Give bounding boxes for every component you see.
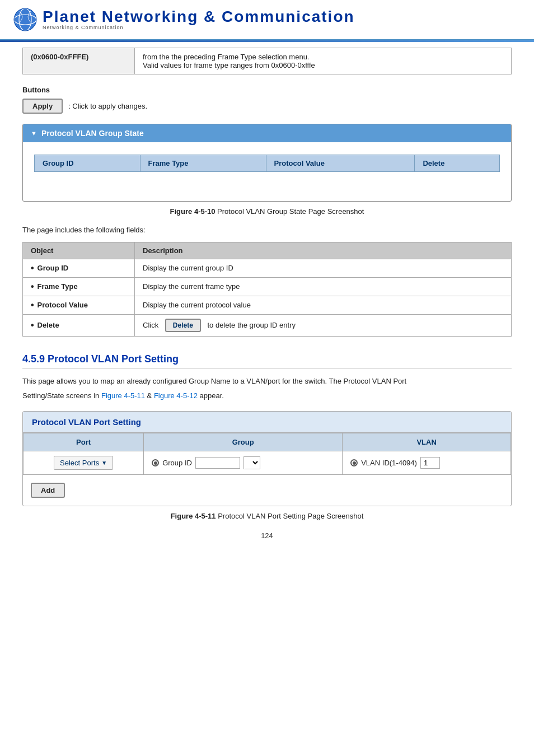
group-id-radio-label: Group ID xyxy=(162,459,192,467)
group-col-header: Group xyxy=(144,433,343,451)
vlan-id-row: VLAN ID(1-4094) xyxy=(350,457,503,469)
between-text: & xyxy=(147,391,154,400)
vlan-group-state-box: ▼ Protocol VLAN Group State Group ID Fra… xyxy=(22,124,512,202)
group-id-row: Group ID xyxy=(152,456,334,469)
port-col-header: Port xyxy=(24,433,144,451)
figure-410-text: Protocol VLAN Group State Page Screensho… xyxy=(217,207,364,216)
table-row: Protocol Value Display the current proto… xyxy=(23,296,512,314)
col-group-id: Group ID xyxy=(35,155,140,172)
col-hex-range: (0x0600-0xFFFE) xyxy=(23,48,135,74)
info-table: (0x0600-0xFFFE) from the the preceding F… xyxy=(22,48,512,74)
apply-button[interactable]: Apply xyxy=(22,99,63,114)
table-row: Group ID Display the current group ID xyxy=(23,259,512,277)
port-setting-title: Protocol VLAN Port Setting xyxy=(23,412,511,433)
select-ports-label: Select Ports xyxy=(60,459,99,467)
buttons-section: Buttons Apply : Click to apply changes. xyxy=(22,86,512,114)
buttons-label: Buttons xyxy=(22,86,512,94)
figure-410-label: Figure 4-5-10 xyxy=(170,207,216,216)
col-delete: Delete xyxy=(415,155,500,172)
dropdown-arrow-icon: ▼ xyxy=(101,460,107,466)
apply-row: Apply : Click to apply changes. xyxy=(22,99,512,114)
description-table: Object Description Group ID Display the … xyxy=(22,242,512,337)
group-id-radio[interactable] xyxy=(152,459,159,466)
brand-name: Planet Networking & Communication xyxy=(43,9,355,25)
select-ports-button[interactable]: Select Ports ▼ xyxy=(54,456,113,470)
group-id-input[interactable] xyxy=(195,457,240,469)
table-row: Select Ports ▼ Group ID xyxy=(24,451,511,475)
table-row: Delete Click Delete to delete the group … xyxy=(23,314,512,336)
desc-delete: Click Delete to delete the group ID entr… xyxy=(135,314,512,336)
group-cell: Group ID xyxy=(144,451,343,475)
port-table-header-row: Port Group VLAN xyxy=(24,433,511,451)
desc-header-description: Description xyxy=(135,242,512,259)
desc-line1: from the the preceding Frame Type select… xyxy=(143,53,503,61)
intro-text-1: This page allows you to map an already c… xyxy=(22,377,406,385)
vlan-group-table: Group ID Frame Type Protocol Value Delet… xyxy=(34,155,500,189)
section-459-heading: 4.5.9 Protocol VLAN Port Setting xyxy=(22,353,512,369)
apply-description: : Click to apply changes. xyxy=(68,102,147,110)
figure-410-caption: Figure 4-5-10 Protocol VLAN Group State … xyxy=(22,207,512,216)
globe-icon xyxy=(11,6,39,34)
vlan-id-radio[interactable] xyxy=(350,459,358,466)
desc-table-header-row: Object Description xyxy=(23,242,512,259)
vlan-id-input[interactable] xyxy=(420,457,440,469)
add-button[interactable]: Add xyxy=(31,483,65,498)
vlan-id-label: VLAN ID(1-4094) xyxy=(361,459,417,467)
brand-tagline: Networking & Communication xyxy=(43,25,355,30)
port-cell: Select Ports ▼ xyxy=(24,451,144,475)
port-setting-table: Port Group VLAN Select Ports ▼ xyxy=(23,433,511,475)
table-row: (0x0600-0xFFFE) from the the preceding F… xyxy=(23,48,512,74)
add-button-row: Add xyxy=(23,475,511,506)
obj-group-id: Group ID xyxy=(23,259,135,277)
figure-411-desc: Protocol VLAN Port Setting Page Screensh… xyxy=(218,512,363,520)
page-header: Planet Networking & Communication Networ… xyxy=(0,0,534,40)
figure-411-label: Figure 4-5-11 xyxy=(171,512,216,520)
intro-text-2: Setting/State screens in xyxy=(22,391,99,400)
desc-group-id: Display the current group ID xyxy=(135,259,512,277)
page-number: 124 xyxy=(22,531,512,540)
click-label: Click xyxy=(143,321,158,329)
desc-protocol-value: Display the current protocol value xyxy=(135,296,512,314)
vlan-group-state-header: ▼ Protocol VLAN Group State xyxy=(23,124,511,142)
col-protocol-value: Protocol Value xyxy=(266,155,415,172)
col-frame-type: Frame Type xyxy=(140,155,266,172)
group-id-select[interactable] xyxy=(243,456,260,469)
port-setting-box: Protocol VLAN Port Setting Port Group VL… xyxy=(22,411,512,506)
collapse-arrow-icon[interactable]: ▼ xyxy=(31,130,37,137)
vlan-table-empty-row xyxy=(35,172,500,189)
vlan-cell: VLAN ID(1-4094) xyxy=(343,451,511,475)
table-row: Frame Type Display the current frame typ… xyxy=(23,277,512,296)
intro-text-3: appear. xyxy=(200,391,224,400)
figure-411-link[interactable]: Figure 4-5-11 xyxy=(101,391,145,400)
figure-412-link[interactable]: Figure 4-5-12 xyxy=(154,391,198,400)
logo-text: Planet Networking & Communication Networ… xyxy=(43,9,355,30)
vlan-group-state-title: Protocol VLAN Group State xyxy=(41,129,144,138)
delete-suffix: to delete the group ID entry xyxy=(207,321,296,329)
obj-protocol-value: Protocol Value xyxy=(23,296,135,314)
desc-line2: Valid values for frame type ranges from … xyxy=(143,61,503,69)
vlan-col-header: VLAN xyxy=(343,433,511,451)
section-intro-line1: This page allows you to map an already c… xyxy=(22,376,512,388)
main-content: (0x0600-0xFFFE) from the the preceding F… xyxy=(0,42,534,557)
logo: Planet Networking & Communication Networ… xyxy=(11,6,355,34)
vlan-table-container: Group ID Frame Type Protocol Value Delet… xyxy=(23,142,511,201)
obj-frame-type: Frame Type xyxy=(23,277,135,296)
section-intro-line2: Setting/State screens in Figure 4-5-11 &… xyxy=(22,390,512,402)
figure-411-caption: Figure 4-5-11 Protocol VLAN Port Setting… xyxy=(22,512,512,520)
desc-frame-type: Display the current frame type xyxy=(135,277,512,296)
vlan-table-header-row: Group ID Frame Type Protocol Value Delet… xyxy=(35,155,500,172)
fields-intro-text: The page includes the following fields: xyxy=(22,226,512,234)
col-description: from the the preceding Frame Type select… xyxy=(135,48,512,74)
desc-header-object: Object xyxy=(23,242,135,259)
obj-delete: Delete xyxy=(23,314,135,336)
delete-button[interactable]: Delete xyxy=(165,319,201,332)
